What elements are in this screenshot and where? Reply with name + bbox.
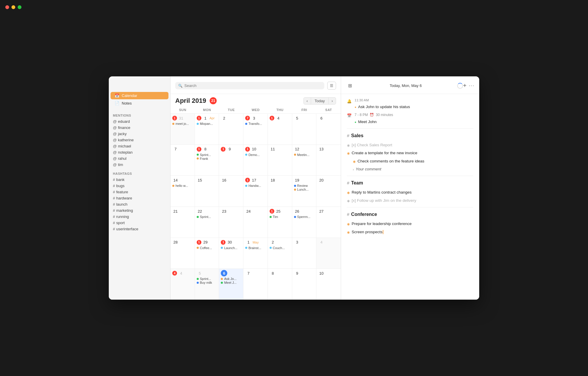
day-header-tue: TUE (219, 106, 243, 113)
team-section-title: Team (351, 179, 363, 187)
mention-item-eduard[interactable]: @eduard (109, 118, 170, 125)
task-check-comments: ✱ Check comments on the feature ideas (353, 158, 473, 165)
week-row-3: 14 hello w... 15 16 117 Handw... (171, 176, 341, 207)
calendar-panel: 🔍 ☰ April 2019 21 ‹ Today › SUN MON TUE (171, 76, 341, 300)
day-cell-apr29[interactable]: 129 Coffee... (195, 238, 219, 269)
day-cell-apr23[interactable]: 23 (219, 207, 243, 238)
hashtag-item-running[interactable]: #running (109, 214, 170, 220)
day-cell-may1[interactable]: 1May Brainst... (243, 238, 268, 269)
day-cell-apr22[interactable]: 22 Sprint... (195, 207, 219, 238)
day-cell-apr21[interactable]: 21 (171, 207, 195, 238)
day-cell-may4-2[interactable]: 44 (171, 269, 195, 300)
day-cell-apr27[interactable]: 27 (316, 207, 341, 238)
day-cell-apr9[interactable]: 19 (219, 145, 243, 176)
overdue-count-badge: 21 (210, 97, 217, 104)
day-cell-apr2[interactable]: 2 (219, 114, 243, 145)
day-cell-apr15[interactable]: 15 (195, 176, 219, 207)
list-view-button[interactable]: ☰ (327, 82, 336, 90)
day-cell-apr28[interactable]: 28 (171, 238, 195, 269)
day-cell-apr11[interactable]: 11 (268, 145, 292, 176)
hash-icon-conference: # (347, 211, 349, 218)
day-cell-apr14[interactable]: 14 hello w... (171, 176, 195, 207)
day-cell-apr25[interactable]: 125 Tim (268, 207, 292, 238)
bell-icon: 🔔 (347, 98, 352, 105)
day-cell-apr5[interactable]: 5 (292, 114, 317, 145)
task-screen-prospects: ✱ Screen prospects (347, 229, 473, 236)
asterisk-icon: ✱ (347, 221, 350, 227)
task-text-follow-up-jim: [x] Follow up with Jim on the delivery (352, 197, 416, 204)
day-cell-mar31[interactable]: 131 meet jo... (171, 114, 195, 145)
notes-content[interactable]: 🔔 11:30 AM ● Ask John to update his stat… (341, 94, 479, 300)
event-name: ● Meet John (355, 119, 473, 125)
notes-icon: 📄 (115, 101, 119, 105)
asterisk-icon: ✱ (347, 143, 350, 149)
week-row-1: 131 meet jo... 11Apr Mixpan... 2 73 Tr (171, 114, 341, 145)
day-headers: SUN MON TUE WED THU FRI SAT (171, 106, 341, 114)
mention-item-michael[interactable]: @michael (109, 143, 170, 149)
sidebar-calendar-label: Calendar (122, 93, 137, 98)
day-cell-apr4[interactable]: 14 (268, 114, 292, 145)
event-item: 📅 7 - 8 PM ⏰ 30 minutes ● Meet John (347, 112, 473, 125)
sidebar-item-notes[interactable]: 📄 Notes (111, 100, 168, 107)
day-cell-apr19[interactable]: 19 Review Lunch... (292, 176, 317, 207)
section-heading-sales: # Sales (347, 132, 473, 140)
mention-item-finance[interactable]: @finance (109, 125, 170, 131)
sidebar-toggle-button[interactable]: ⊞ (346, 82, 354, 90)
calendar-grid: SUN MON TUE WED THU FRI SAT 131 meet jo.… (171, 106, 341, 300)
mention-item-katherine[interactable]: @katherine (109, 137, 170, 143)
hashtag-item-userinterface[interactable]: #userinterface (109, 226, 170, 232)
day-cell-apr20[interactable]: 20 (316, 176, 341, 207)
hashtag-item-bank[interactable]: #bank (109, 177, 170, 183)
day-cell-apr17[interactable]: 117 Handw... (243, 176, 268, 207)
day-cell-apr13[interactable]: 13 (316, 145, 341, 176)
day-cell-apr10[interactable]: 110 Demo... (243, 145, 268, 176)
more-options-button[interactable]: ··· (469, 83, 475, 88)
hashtag-item-hardware[interactable]: #hardware (109, 195, 170, 201)
prev-month-button[interactable]: ‹ (303, 97, 311, 105)
next-month-button[interactable]: › (328, 97, 336, 105)
day-cell-apr30[interactable]: 130 Launch... (219, 238, 243, 269)
day-header-mon: MON (195, 106, 219, 113)
day-cell-may4-other[interactable]: 4 (316, 238, 341, 269)
hashtag-item-sport[interactable]: #sport (109, 220, 170, 226)
week-row-2: 7 18 Sprint... Frank 19 110 Demo... (171, 145, 341, 176)
day-cell-may6-today[interactable]: 6 Ask Jo... Meet J... (219, 269, 243, 300)
sidebar-item-calendar[interactable]: 📅 Calendar (111, 92, 168, 99)
day-cell-may10[interactable]: 10 (316, 269, 341, 300)
notes-actions: + ··· (463, 82, 475, 89)
asterisk-icon: ✱ (347, 190, 350, 196)
day-cell-may9[interactable]: 9 (292, 269, 317, 300)
task-text-create-template: Create a template for the new invoice (352, 150, 417, 157)
day-cell-apr3[interactable]: 73 Transfo... (243, 114, 268, 145)
day-cell-apr7[interactable]: 7 (171, 145, 195, 176)
mention-item-tim[interactable]: @tim (109, 162, 170, 168)
mention-item-jacky[interactable]: @jacky (109, 131, 170, 137)
search-input[interactable] (184, 83, 321, 88)
mention-item-noteplan[interactable]: @noteplan (109, 149, 170, 155)
day-cell-may7[interactable]: 7 (243, 269, 268, 300)
hashtag-item-feature[interactable]: #feature (109, 189, 170, 195)
day-cell-may5[interactable]: 5 Sprint... Buy milk (195, 269, 219, 300)
asterisk-icon: ✱ (353, 159, 356, 165)
day-cell-apr26[interactable]: 26 Sperrm... (292, 207, 317, 238)
day-cell-may3[interactable]: 3 (292, 238, 317, 269)
hashtag-item-marketing[interactable]: #marketing (109, 207, 170, 214)
task-text-your-comment: Your comment (356, 166, 381, 173)
day-cell-apr12[interactable]: 12 Meetin... (292, 145, 317, 176)
hash-icon-team: # (347, 179, 349, 187)
day-cell-apr18[interactable]: 18 (268, 176, 292, 207)
today-button[interactable]: Today (311, 97, 328, 105)
add-note-button[interactable]: + (463, 82, 467, 89)
hashtag-item-bugs[interactable]: #bugs (109, 183, 170, 189)
day-cell-apr1[interactable]: 11Apr Mixpan... (195, 114, 219, 145)
day-cell-apr6[interactable]: 6 (316, 114, 341, 145)
day-cell-may2[interactable]: 2 Couch... (268, 238, 292, 269)
calendar-event-icon: 📅 (347, 113, 352, 119)
day-cell-apr16[interactable]: 16 (219, 176, 243, 207)
day-cell-apr24[interactable]: 24 (243, 207, 268, 238)
day-cell-may8[interactable]: 8 (268, 269, 292, 300)
hashtag-item-launch[interactable]: #launch (109, 201, 170, 207)
day-cell-apr8[interactable]: 18 Sprint... Frank (195, 145, 219, 176)
search-box[interactable]: 🔍 (175, 82, 324, 89)
mention-item-rahul[interactable]: @rahul (109, 155, 170, 162)
